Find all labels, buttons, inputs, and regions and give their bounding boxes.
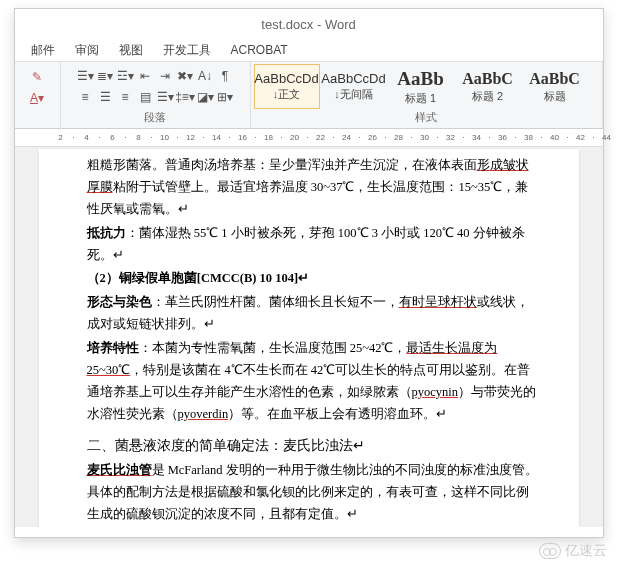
numbering-icon[interactable]: ≣▾ — [96, 67, 114, 85]
ruler-tick: 22 — [315, 133, 327, 142]
style-sample: AaBbC — [462, 70, 513, 88]
ruler-tick: 6 — [107, 133, 119, 142]
ruler-tick: · — [250, 133, 262, 142]
style-name: ↓正文 — [273, 87, 301, 102]
underline-text: pyoverdin — [178, 407, 229, 421]
styles-group: AaBbCcDd ↓正文 AaBbCcDd ↓无间隔 AaBb 标题 1 AaB… — [251, 62, 603, 128]
ruler-tick: 32 — [445, 133, 457, 142]
style-name: 标题 2 — [472, 89, 503, 104]
ruler-tick: · — [380, 133, 392, 142]
ruler-tick: · — [146, 133, 158, 142]
style-title[interactable]: AaBbC 标题 — [522, 64, 588, 109]
align-right-icon[interactable]: ≡ — [116, 88, 134, 106]
multilevel-icon[interactable]: ☲▾ — [116, 67, 134, 85]
bullets-icon[interactable]: ☰▾ — [76, 67, 94, 85]
align-left-icon[interactable]: ≡ — [76, 88, 94, 106]
bold-underline: 麦氏比浊管 — [87, 463, 152, 477]
ruler-tick: 18 — [263, 133, 275, 142]
para-culture2: 培养特性：本菌为专性需氧菌，生长温度范围 25~42℃，最适生长温度为 25~3… — [87, 338, 539, 426]
ruler-tick: · — [354, 133, 366, 142]
ruler-tick: · — [198, 133, 210, 142]
para-culture: 粗糙形菌落。普通肉汤培养基：呈少量浑浊并产生沉淀，在液体表面形成皱状厚膜粘附于试… — [87, 155, 539, 221]
ruler-tick: 38 — [523, 133, 535, 142]
document-area[interactable]: 粗糙形菌落。普通肉汤培养基：呈少量浑浊并产生沉淀，在液体表面形成皱状厚膜粘附于试… — [15, 147, 603, 527]
ribbon: ✎ A▾ ☰▾ ≣▾ ☲▾ ⇤ ⇥ ✖▾ A↓ ¶ ≡ ☰ — [15, 61, 603, 129]
text-direction-icon[interactable]: ✖▾ — [176, 67, 194, 85]
section-title-2: 二、菌悬液浓度的简单确定法：麦氏比浊法↵ — [87, 434, 539, 459]
ruler-tick: · — [510, 133, 522, 142]
ruler-tick: · — [432, 133, 444, 142]
ruler[interactable]: 2·4·6·8·10·12·14·16·18·20·22·24·26·28·30… — [15, 129, 603, 147]
heading-bacteria2: （2）铜绿假单胞菌[CMCC(B) 10 104]↵ — [87, 268, 539, 290]
ruler-tick: · — [406, 133, 418, 142]
clipboard-label — [18, 112, 57, 126]
ruler-tick: · — [68, 133, 80, 142]
ruler-tick: · — [172, 133, 184, 142]
ruler-tick: 8 — [133, 133, 145, 142]
align-center-icon[interactable]: ☰ — [96, 88, 114, 106]
tab-mail[interactable]: 邮件 — [21, 40, 65, 61]
justify-icon[interactable]: ▤ — [136, 88, 154, 106]
style-heading2[interactable]: AaBbC 标题 2 — [455, 64, 521, 109]
style-name: 标题 1 — [405, 91, 436, 106]
watermark: 亿速云 — [539, 542, 607, 560]
ruler-tick: · — [224, 133, 236, 142]
ruler-tick: 44 — [601, 133, 613, 142]
ruler-tick: · — [120, 133, 132, 142]
style-name: 标题 — [544, 89, 566, 104]
ruler-tick: 10 — [159, 133, 171, 142]
paragraph-label: 段落 — [64, 109, 247, 126]
style-nospacing[interactable]: AaBbCcDd ↓无间隔 — [321, 64, 387, 109]
bold-label: 培养特性 — [87, 341, 139, 355]
ruler-tick: 24 — [341, 133, 353, 142]
underline-text: pyocynin — [412, 385, 459, 399]
ruler-tick: 2 — [55, 133, 67, 142]
ruler-tick: · — [94, 133, 106, 142]
ruler-tick: 16 — [237, 133, 249, 142]
line-spacing-icon[interactable]: ‡≡▾ — [176, 88, 194, 106]
sort-icon[interactable]: A↓ — [196, 67, 214, 85]
watermark-logo-icon — [539, 543, 561, 559]
underline-text: 有时呈球杆状 — [399, 295, 477, 309]
ruler-tick: · — [562, 133, 574, 142]
ruler-tick: 34 — [471, 133, 483, 142]
ruler-tick: · — [484, 133, 496, 142]
word-window: test.docx - Word 邮件 审阅 视图 开发工具 ACROBAT ✎… — [14, 8, 604, 538]
font-color-icon[interactable]: A▾ — [28, 89, 46, 107]
shading-icon[interactable]: ◪▾ — [196, 88, 214, 106]
tab-developer[interactable]: 开发工具 — [153, 40, 221, 61]
ruler-tick: 28 — [393, 133, 405, 142]
ruler-tick: · — [328, 133, 340, 142]
style-name: ↓无间隔 — [334, 87, 373, 102]
show-marks-icon[interactable]: ¶ — [216, 67, 234, 85]
ruler-tick: · — [276, 133, 288, 142]
clipboard-group: ✎ A▾ — [15, 62, 61, 128]
increase-indent-icon[interactable]: ⇥ — [156, 67, 174, 85]
borders-icon[interactable]: ⊞▾ — [216, 88, 234, 106]
format-painter-icon[interactable]: ✎ — [28, 68, 46, 86]
ruler-tick: 30 — [419, 133, 431, 142]
style-heading1[interactable]: AaBb 标题 1 — [388, 64, 454, 109]
ruler-tick: 20 — [289, 133, 301, 142]
page[interactable]: 粗糙形菌落。普通肉汤培养基：呈少量浑浊并产生沉淀，在液体表面形成皱状厚膜粘附于试… — [39, 149, 579, 527]
tab-review[interactable]: 审阅 — [65, 40, 109, 61]
style-normal[interactable]: AaBbCcDd ↓正文 — [254, 64, 320, 109]
style-sample: AaBbC — [529, 70, 580, 88]
ruler-tick: 40 — [549, 133, 561, 142]
tab-acrobat[interactable]: ACROBAT — [221, 41, 298, 59]
title-bar: test.docx - Word — [15, 9, 603, 39]
watermark-text: 亿速云 — [565, 542, 607, 560]
para-resistance: 抵抗力：菌体湿热 55℃ 1 小时被杀死，芽孢 100℃ 3 小时或 120℃ … — [87, 223, 539, 267]
ruler-tick: 36 — [497, 133, 509, 142]
distribute-icon[interactable]: ☰▾ — [156, 88, 174, 106]
style-sample: AaBbCcDd — [254, 71, 318, 86]
ruler-tick: 4 — [81, 133, 93, 142]
style-sample: AaBb — [397, 68, 443, 90]
paragraph-group: ☰▾ ≣▾ ☲▾ ⇤ ⇥ ✖▾ A↓ ¶ ≡ ☰ ≡ ▤ ☰▾ ‡≡▾ ◪▾ — [61, 62, 251, 128]
tab-view[interactable]: 视图 — [109, 40, 153, 61]
style-sample: AaBbCcDd — [321, 71, 385, 86]
decrease-indent-icon[interactable]: ⇤ — [136, 67, 154, 85]
ruler-tick: 26 — [367, 133, 379, 142]
ruler-tick: 42 — [575, 133, 587, 142]
ruler-tick: · — [588, 133, 600, 142]
